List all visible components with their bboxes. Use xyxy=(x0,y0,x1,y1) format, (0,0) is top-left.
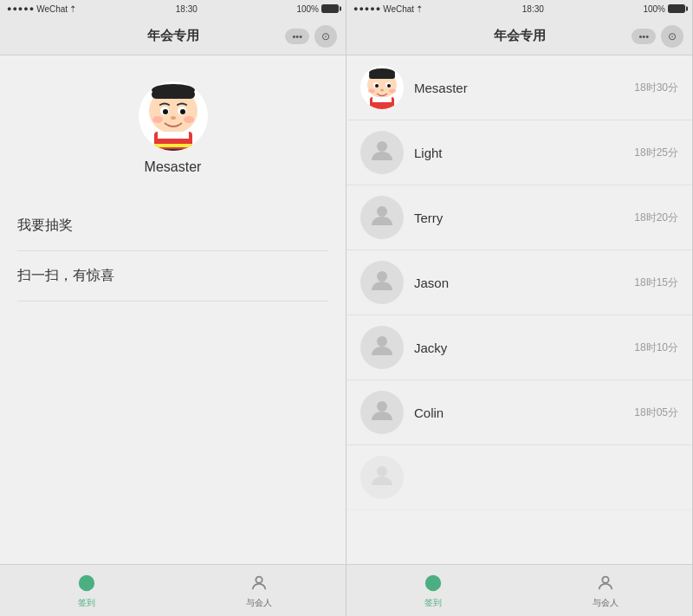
right-nav-circle-button[interactable]: ⊙ xyxy=(661,25,683,48)
right-status-right: 100% xyxy=(643,4,685,14)
jacky-person-icon xyxy=(369,333,395,362)
list-item-partial xyxy=(346,445,692,510)
left-checkin-icon xyxy=(75,572,98,594)
right-status-left: ●●●●● WeChat ⇡ xyxy=(353,4,423,14)
left-status-bar: ●●●●● WeChat ⇡ 18:30 100% xyxy=(0,0,346,17)
right-tab-contacts[interactable]: 与会人 xyxy=(520,572,693,609)
menu-item-scan[interactable]: 扫一扫，有惊喜 xyxy=(17,251,328,302)
right-battery-icon xyxy=(668,4,685,13)
right-wifi-icon: ⇡ xyxy=(416,4,423,14)
right-bottom-tabs: 签到 与会人 xyxy=(346,564,692,616)
svg-point-36 xyxy=(431,581,435,585)
right-tab-checkin[interactable]: 签到 xyxy=(346,572,520,609)
jason-time: 18时15分 xyxy=(634,276,678,290)
left-bottom-tabs: 签到 与会人 xyxy=(0,564,346,616)
right-status-bar: ●●●●● WeChat ⇡ 18:30 100% xyxy=(346,0,692,17)
jason-avatar xyxy=(360,261,404,304)
svg-point-6 xyxy=(180,109,185,114)
right-nav-title: 年会专用 xyxy=(494,28,546,44)
svg-point-16 xyxy=(256,577,262,583)
left-tab-checkin[interactable]: 签到 xyxy=(0,572,173,609)
right-circle-icon: ⊙ xyxy=(668,30,677,42)
colin-time: 18时05分 xyxy=(634,405,678,420)
avatar-svg xyxy=(139,81,208,151)
right-nav-dots-label: ••• xyxy=(638,31,649,42)
terry-avatar xyxy=(360,196,404,239)
left-battery-fill xyxy=(322,5,338,12)
terry-person-icon xyxy=(369,203,395,232)
terry-time: 18时20分 xyxy=(634,211,678,225)
left-nav-title: 年会专用 xyxy=(147,28,199,44)
svg-rect-13 xyxy=(156,149,191,151)
svg-point-7 xyxy=(171,116,176,120)
right-carrier: WeChat xyxy=(383,4,414,14)
list-item[interactable]: Mesaster 18时30分 xyxy=(346,55,692,120)
svg-point-32 xyxy=(377,336,387,347)
right-battery-pct: 100% xyxy=(643,4,665,14)
svg-rect-12 xyxy=(154,144,192,147)
left-time: 18:30 xyxy=(176,4,198,14)
left-tab-contacts[interactable]: 与会人 xyxy=(173,572,346,609)
svg-point-2 xyxy=(152,84,195,96)
svg-point-25 xyxy=(368,89,375,94)
partial-person-icon xyxy=(369,463,395,492)
list-item[interactable]: Terry 18时20分 xyxy=(346,185,692,250)
left-contacts-icon xyxy=(248,572,270,594)
right-checkin-icon xyxy=(422,572,444,594)
svg-point-31 xyxy=(377,271,387,282)
profile-section: Mesaster xyxy=(17,81,328,175)
svg-point-37 xyxy=(603,577,609,583)
left-nav-dots-label: ••• xyxy=(292,31,302,42)
left-circle-icon: ⊙ xyxy=(321,30,330,42)
svg-point-5 xyxy=(163,109,168,114)
left-nav-bar: 年会专用 ••• ⊙ xyxy=(0,17,346,55)
right-time: 18:30 xyxy=(522,4,544,14)
partial-avatar xyxy=(360,456,404,499)
svg-point-34 xyxy=(377,466,387,477)
right-nav-bar: 年会专用 ••• ⊙ xyxy=(346,17,692,55)
list-item[interactable]: Light 18时25分 xyxy=(346,120,692,185)
svg-rect-28 xyxy=(372,97,392,102)
light-time: 18时25分 xyxy=(634,146,678,160)
right-phone-panel: ●●●●● WeChat ⇡ 18:30 100% 年会专用 ••• ⊙ xyxy=(346,0,693,616)
svg-point-24 xyxy=(380,89,384,92)
jacky-time: 18时10分 xyxy=(634,340,678,355)
right-contacts-icon xyxy=(594,572,617,594)
svg-point-9 xyxy=(184,116,194,123)
left-panel-content: Mesaster 我要抽奖 扫一扫，有惊喜 xyxy=(0,55,346,564)
left-tab-checkin-label: 签到 xyxy=(78,597,95,609)
svg-point-29 xyxy=(377,141,387,152)
right-nav-icons: ••• ⊙ xyxy=(631,25,683,48)
left-carrier: WeChat xyxy=(36,4,68,14)
right-signal: ●●●●● xyxy=(353,4,381,13)
colin-person-icon xyxy=(369,398,395,427)
right-battery-fill xyxy=(669,5,684,12)
left-status-left: ●●●●● WeChat ⇡ xyxy=(7,4,76,14)
mesaster-avatar xyxy=(360,66,404,109)
left-phone-panel: ●●●●● WeChat ⇡ 18:30 100% 年会专用 ••• ⊙ xyxy=(0,0,346,616)
colin-avatar xyxy=(360,391,404,434)
left-nav-dots-button[interactable]: ••• xyxy=(285,29,309,44)
right-nav-dots-button[interactable]: ••• xyxy=(631,29,656,44)
light-avatar xyxy=(360,131,404,174)
list-item[interactable]: Jason 18时15分 xyxy=(346,250,692,315)
right-tab-contacts-label: 与会人 xyxy=(593,597,619,609)
menu-item-lottery[interactable]: 我要抽奖 xyxy=(17,201,328,251)
svg-point-26 xyxy=(389,89,396,94)
svg-point-23 xyxy=(387,84,391,88)
jacky-avatar xyxy=(360,326,404,369)
jason-person-icon xyxy=(369,268,395,297)
left-tab-contacts-label: 与会人 xyxy=(246,597,272,609)
mesaster-time: 18时30分 xyxy=(634,81,678,95)
list-item[interactable]: Colin 18时05分 xyxy=(346,380,692,445)
light-person-icon xyxy=(369,138,395,167)
left-wifi-icon: ⇡ xyxy=(69,4,76,14)
profile-name: Mesaster xyxy=(145,159,202,175)
mesaster-avatar-svg xyxy=(360,66,404,109)
svg-point-30 xyxy=(377,206,387,217)
right-panel-content: Mesaster 18时30分 Light 18时25分 xyxy=(346,55,692,564)
list-item[interactable]: Jacky 18时10分 xyxy=(346,315,692,380)
left-battery-icon xyxy=(321,4,339,13)
left-nav-circle-button[interactable]: ⊙ xyxy=(314,25,337,48)
svg-point-8 xyxy=(152,116,163,123)
